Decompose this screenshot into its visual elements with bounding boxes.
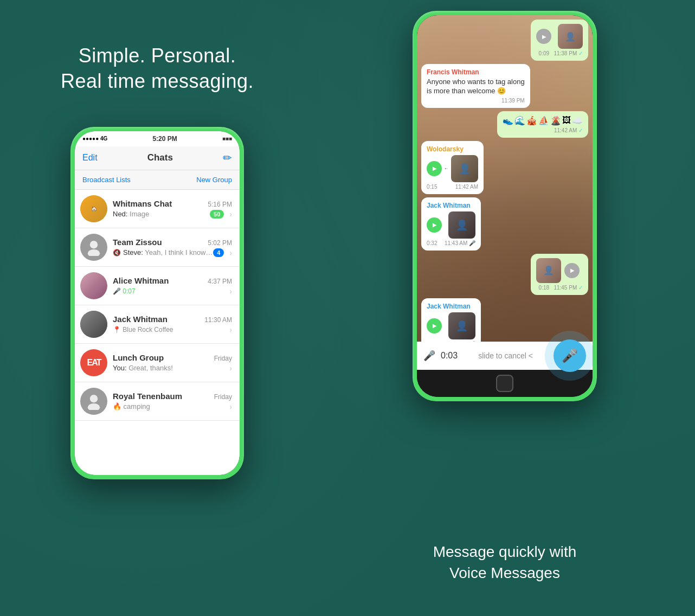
slide-to-cancel: slide to cancel < <box>458 351 554 360</box>
chat-name: Whitmans Chat <box>113 199 172 208</box>
message-bubble: Wolodarsky ▶ <box>421 141 484 194</box>
chevron-right-icon: › <box>229 402 232 411</box>
chat-name: Lunch Group <box>113 353 164 362</box>
broadcast-bar: Broadcast Lists New Group <box>75 170 240 190</box>
home-button[interactable] <box>496 375 513 392</box>
chevron-right-icon: › <box>229 364 232 373</box>
chevron-right-icon: › <box>229 210 232 219</box>
nav-bar: Edit Chats ✏ <box>75 146 240 170</box>
signal-dots: ●●●●● 4G <box>82 136 107 142</box>
home-button-area <box>417 370 593 397</box>
edit-button[interactable]: Edit <box>82 153 98 163</box>
tagline: Simple. Personal. Real time messaging. <box>61 43 254 94</box>
chat-background: ▶ 👤 <box>417 15 593 342</box>
chat-preview: You: Great, thanks! <box>113 364 226 372</box>
chat-preview: 📍 Blue Rock Coffee <box>113 326 226 333</box>
list-item[interactable]: 🏠 Whitmans Chat 5:16 PM Ned: Image <box>75 190 240 228</box>
chat-list: 🏠 Whitmans Chat 5:16 PM Ned: Image <box>75 190 240 475</box>
new-group-button[interactable]: New Group <box>196 176 232 184</box>
chat-preview: Ned: Image <box>113 210 210 218</box>
right-panel: ▶ 👤 <box>314 0 695 616</box>
message-bubble: Jack Whitman ▶ <box>421 298 481 342</box>
mic-icon: 🎤 <box>423 350 435 362</box>
chat-name: Jack Whitman <box>113 315 168 324</box>
avatar <box>80 388 107 415</box>
svg-point-0 <box>90 241 98 248</box>
chat-time: Friday <box>214 355 232 362</box>
list-item[interactable]: Team Zissou 5:02 PM 🔇Steve: Yeah, I thin… <box>75 228 240 267</box>
message-bubble: 👤 ▶ <box>531 254 588 295</box>
unread-badge: 50 <box>210 210 224 219</box>
message-bubble: ▶ 👤 <box>531 20 588 61</box>
phone-right: ▶ 👤 <box>413 11 597 401</box>
chat-preview: 🔇Steve: Yeah, I think I know wha... <box>113 248 213 256</box>
svg-point-3 <box>88 403 100 410</box>
svg-point-2 <box>90 395 98 402</box>
chat-name: Team Zissou <box>113 238 162 247</box>
avatar: 🏠 <box>80 195 107 222</box>
voice-send-button[interactable]: 🎤 <box>554 339 586 372</box>
phone-left: ●●●●● 4G 5:20 PM ■■■ Edit Chats ✏ <box>70 127 244 479</box>
chat-time: Friday <box>214 393 232 401</box>
battery: ■■■ <box>222 136 232 142</box>
chat-time: 5:02 PM <box>208 239 232 247</box>
chevron-right-icon: › <box>229 248 232 257</box>
compose-button[interactable]: ✏ <box>223 151 232 164</box>
avatar: EAT <box>80 349 107 376</box>
avatar <box>80 234 107 261</box>
chevron-right-icon: › <box>229 287 232 296</box>
unread-badge: 4 <box>213 248 224 257</box>
chat-time: 11:30 AM <box>204 316 232 324</box>
chat-preview: 🎤 0:07 <box>113 287 226 295</box>
chats-title: Chats <box>147 152 173 163</box>
left-panel: Simple. Personal. Real time messaging. ●… <box>0 0 314 616</box>
svg-point-1 <box>88 249 100 256</box>
avatar <box>80 272 107 299</box>
message-bubble: Francis Whitman Anyone who wants to tag … <box>421 64 530 108</box>
chat-name: Royal Tenenbaum <box>113 392 182 401</box>
broadcast-lists-button[interactable]: Broadcast Lists <box>82 176 131 184</box>
chat-name: Alice Whitman <box>113 276 169 285</box>
microphone-icon: 🎤 <box>562 348 578 363</box>
voice-timer: 0:03 <box>441 351 458 361</box>
list-item[interactable]: Alice Whitman 4:37 PM 🎤 0:07 › <box>75 267 240 305</box>
list-item[interactable]: Jack Whitman 11:30 AM 📍 Blue Rock Coffee… <box>75 305 240 344</box>
bottom-tagline: Message quickly with Voice Messages <box>433 541 577 583</box>
list-item[interactable]: Royal Tenenbaum Friday 🔥 camping › <box>75 382 240 421</box>
chat-time: 4:37 PM <box>208 278 232 285</box>
messages-container: ▶ 👤 <box>417 15 593 342</box>
list-item[interactable]: EAT Lunch Group Friday You: Great, thank… <box>75 344 240 382</box>
chat-preview: 🔥 camping <box>113 402 226 410</box>
avatar <box>80 311 107 338</box>
status-time: 5:20 PM <box>152 135 177 143</box>
message-bubble: Jack Whitman ▶ <box>421 197 481 251</box>
message-bubble: 👟🌊🎪⛵🌋🖼☁️ 11:42 AM ✓ <box>497 111 588 138</box>
voice-recording-bar: 🎤 0:03 slide to cancel < 🎤 <box>417 342 593 370</box>
status-bar: ●●●●● 4G 5:20 PM ■■■ <box>75 131 240 146</box>
chat-time: 5:16 PM <box>208 201 232 208</box>
chevron-right-icon: › <box>229 325 232 334</box>
